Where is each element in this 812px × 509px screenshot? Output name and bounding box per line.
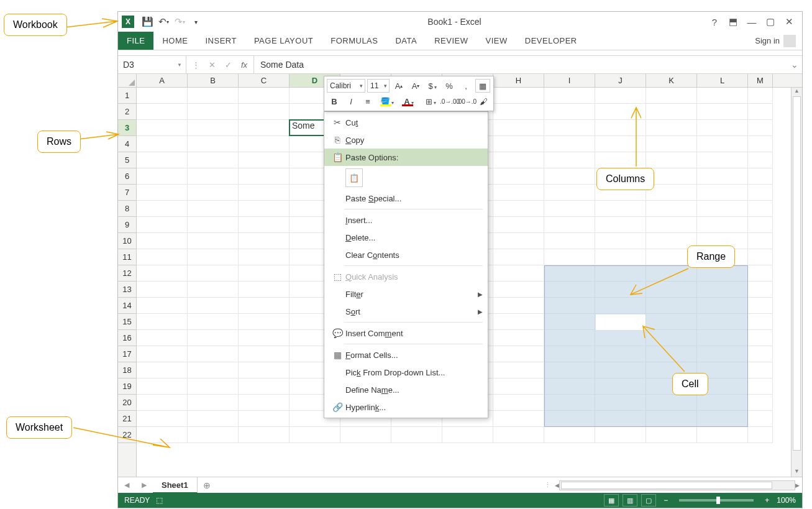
format-painter-brush-icon[interactable]: 🖌	[476, 94, 491, 108]
macro-record-icon[interactable]: ⬚	[156, 496, 163, 505]
col-header[interactable]: L	[697, 74, 748, 87]
menu-item-copy[interactable]: ⎘Copy	[324, 131, 488, 149]
vscroll-thumb[interactable]	[793, 96, 801, 451]
row-header[interactable]: 13	[118, 282, 136, 298]
menu-item-paste-options[interactable]: 📋Paste Options:	[324, 149, 488, 166]
close-icon[interactable]: ✕	[781, 15, 797, 29]
row-header[interactable]: 1	[118, 88, 136, 104]
borders-icon[interactable]: ⊞	[421, 94, 440, 108]
row-header[interactable]: 12	[118, 265, 136, 282]
menu-item-define-name[interactable]: Define Name...	[324, 381, 488, 398]
menu-item-paste-special[interactable]: Paste Special...	[324, 190, 488, 207]
tab-data[interactable]: DATA	[386, 32, 426, 50]
view-page-break-icon[interactable]: ▢	[641, 494, 656, 507]
menu-item-insert-comment[interactable]: 💬Insert Comment	[324, 324, 488, 342]
zoom-in-icon[interactable]: +	[761, 496, 773, 505]
row-header[interactable]: 19	[118, 378, 136, 395]
tab-formulas[interactable]: FORMULAS	[322, 32, 386, 50]
col-header[interactable]: M	[748, 74, 773, 87]
col-header[interactable]: B	[188, 74, 239, 87]
row-header[interactable]: 11	[118, 249, 136, 265]
help-icon[interactable]: ?	[706, 15, 723, 29]
menu-item-clear-contents[interactable]: Clear Contents	[324, 246, 488, 264]
fill-color-icon[interactable]: 🪣	[377, 94, 397, 108]
bold-icon[interactable]: B	[327, 94, 342, 108]
fb-more-icon[interactable]: ⋮	[190, 60, 201, 70]
col-header[interactable]: K	[646, 74, 697, 87]
select-all-corner[interactable]	[118, 74, 137, 87]
hscroll-thumb[interactable]	[561, 482, 772, 489]
accounting-format-icon[interactable]: $	[425, 79, 440, 93]
row-header[interactable]: 18	[118, 362, 136, 378]
menu-item-hyperlink[interactable]: 🔗Hyperlink...	[324, 398, 488, 416]
row-header[interactable]: 6	[118, 168, 136, 185]
row-header[interactable]: 7	[118, 185, 136, 201]
percent-format-icon[interactable]: %	[442, 79, 457, 93]
col-header[interactable]: J	[595, 74, 646, 87]
view-normal-icon[interactable]: ▦	[604, 494, 619, 507]
formula-input[interactable]: Some Data	[254, 56, 802, 73]
italic-icon[interactable]: I	[344, 94, 358, 108]
decrease-decimal-icon[interactable]: .00→.0	[459, 94, 474, 108]
sheet-nav-next-icon[interactable]: ▶	[135, 481, 153, 489]
save-icon[interactable]: 💾	[139, 14, 155, 30]
horizontal-scrollbar[interactable]: ⋮ ◀ ▶	[216, 480, 802, 490]
row-header[interactable]: 8	[118, 201, 136, 217]
menu-item-cut[interactable]: ✂Cut	[324, 114, 488, 131]
font-color-icon[interactable]: A	[399, 94, 419, 108]
menu-item-filter[interactable]: Filter▶	[324, 285, 488, 303]
row-header[interactable]: 10	[118, 233, 136, 249]
sign-in[interactable]: Sign in	[749, 32, 802, 50]
zoom-level[interactable]: 100%	[777, 496, 796, 505]
row-header[interactable]: 15	[118, 314, 136, 330]
minimize-icon[interactable]: —	[744, 15, 760, 29]
decrease-font-icon[interactable]: A▾	[408, 79, 423, 93]
undo-icon[interactable]: ↶▾	[155, 14, 171, 30]
menu-item-delete[interactable]: Delete...	[324, 229, 488, 246]
increase-decimal-icon[interactable]: .0→.00	[442, 94, 457, 108]
align-center-icon[interactable]: ≡	[360, 94, 375, 108]
maximize-icon[interactable]: ▢	[762, 15, 778, 29]
name-box[interactable]: D3	[118, 56, 186, 73]
row-header[interactable]: 20	[118, 395, 136, 411]
font-selector[interactable]: Calibri	[327, 79, 365, 93]
row-header[interactable]: 14	[118, 298, 136, 314]
ribbon-display-icon[interactable]: ⬒	[725, 15, 741, 29]
enter-entry-icon[interactable]: ✓	[222, 60, 234, 70]
col-header[interactable]: C	[239, 74, 290, 87]
tab-page-layout[interactable]: PAGE LAYOUT	[245, 32, 322, 50]
row-header[interactable]: 17	[118, 346, 136, 362]
paste-default-icon[interactable]: 📋	[345, 168, 363, 187]
tab-view[interactable]: VIEW	[477, 32, 516, 50]
menu-item-sort[interactable]: Sort▶	[324, 303, 488, 320]
zoom-out-icon[interactable]: −	[660, 496, 672, 505]
col-header[interactable]: A	[137, 74, 188, 87]
tab-insert[interactable]: INSERT	[196, 32, 245, 50]
menu-item-pick-from-drop-down-list[interactable]: Pick From Drop-down List...	[324, 364, 488, 381]
row-header[interactable]: 16	[118, 330, 136, 346]
comma-format-icon[interactable]: ,	[458, 79, 473, 93]
sheet-nav-prev-icon[interactable]: ◀	[118, 481, 135, 489]
row-header[interactable]: 9	[118, 217, 136, 233]
tab-file[interactable]: FILE	[118, 32, 153, 50]
col-header[interactable]: I	[544, 74, 595, 87]
zoom-slider[interactable]	[679, 499, 754, 502]
view-page-layout-icon[interactable]: ▥	[623, 494, 637, 507]
format-painter-icon[interactable]: ▦	[475, 79, 490, 93]
qat-customize-icon[interactable]: ▾	[188, 14, 204, 30]
font-size-selector[interactable]: 11	[367, 79, 390, 93]
vertical-scrollbar[interactable]: ▲ ▼	[791, 88, 802, 477]
col-header[interactable]: H	[493, 74, 544, 87]
redo-icon[interactable]: ↷▾	[171, 14, 188, 30]
tab-review[interactable]: REVIEW	[426, 32, 477, 50]
tab-home[interactable]: HOME	[153, 32, 196, 50]
row-header[interactable]: 2	[118, 104, 136, 120]
insert-function-icon[interactable]: fx	[239, 60, 250, 70]
menu-item-format-cells[interactable]: ▦Format Cells...	[324, 346, 488, 364]
sheet-tab[interactable]: Sheet1	[153, 477, 198, 493]
add-sheet-icon[interactable]: ⊕	[198, 480, 216, 490]
menu-item-insert[interactable]: Insert...	[324, 211, 488, 229]
cancel-entry-icon[interactable]: ✕	[206, 60, 217, 70]
tab-developer[interactable]: DEVELOPER	[516, 32, 586, 50]
row-header[interactable]: 5	[118, 152, 136, 168]
